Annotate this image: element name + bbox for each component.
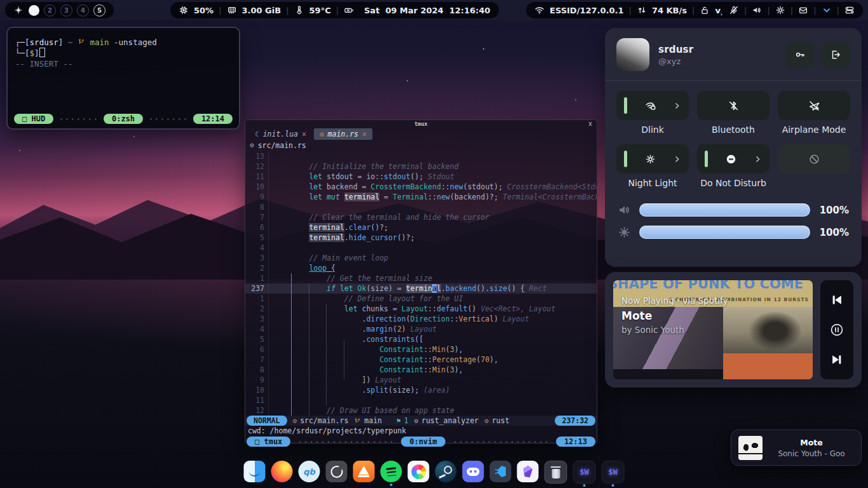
editor-tab-main.rs[interactable]: ⚙main.rs× xyxy=(314,128,372,140)
next-track-button[interactable] xyxy=(830,353,844,367)
tab-close-icon[interactable]: × xyxy=(302,130,306,139)
dock-icon-terminal-1[interactable]: $W xyxy=(573,461,596,484)
line-number: 7 xyxy=(245,212,269,222)
dock-icon-firefox[interactable] xyxy=(271,461,293,482)
volume-icon[interactable] xyxy=(752,5,762,15)
rust-file-icon: ⚙ xyxy=(320,130,324,139)
tmux-window-zsh[interactable]: 0:zsh xyxy=(104,114,143,124)
workspaces-module: 2345 xyxy=(5,2,114,18)
dock-icon-vlc[interactable] xyxy=(353,461,375,482)
editor-tabline: ☾init.lua×⚙main.rs× xyxy=(249,128,597,140)
diagnostic-count: 1 xyxy=(404,416,409,425)
workspace-3[interactable]: 3 xyxy=(60,4,72,17)
line-number: 1 xyxy=(245,294,269,304)
code-line: 8 Constraint::Min(3), xyxy=(245,365,597,375)
terminal-cursor xyxy=(39,48,45,57)
toggle-airplane-mode[interactable] xyxy=(778,91,850,120)
language-name: rust xyxy=(492,416,510,425)
key-icon xyxy=(794,49,806,60)
code-area[interactable]: 1312 // Initialize the terminal backend1… xyxy=(245,151,597,416)
chevron-right-icon[interactable] xyxy=(754,155,762,163)
wifi-lock-icon xyxy=(644,100,656,112)
code-line: 6 terminal.clear()?; xyxy=(245,222,597,233)
lock-keys-button[interactable] xyxy=(785,42,815,67)
tab-close-icon[interactable]: × xyxy=(362,130,367,139)
tmux-clock-hud: 12:14 xyxy=(193,114,233,124)
line-number: 10 xyxy=(245,182,269,192)
toggle-empty[interactable] xyxy=(778,144,850,173)
starburst-logo[interactable] xyxy=(13,5,24,15)
dock-icon-file-manager[interactable] xyxy=(244,461,266,482)
line-number: 3 xyxy=(245,314,269,324)
network-module[interactable]: ESSID/127.0.0.1 | 74 KB/s | vpn xyxy=(526,2,740,18)
logout-button[interactable] xyxy=(821,42,850,67)
toggle-bluetooth[interactable] xyxy=(697,91,770,120)
line-number: 7 xyxy=(245,355,269,365)
tmux-window-nvim[interactable]: 0:nvim xyxy=(401,437,445,447)
tmux-session-main[interactable]: □ tmux xyxy=(247,437,290,447)
toggle-night-light[interactable] xyxy=(616,144,689,173)
media-notification[interactable]: Mote Sonic Youth - Goo xyxy=(731,430,862,466)
line-number: 1 xyxy=(245,273,269,283)
workspace-5[interactable]: 5 xyxy=(93,4,105,17)
statusline-file: src/main.rs xyxy=(300,416,348,425)
code-line: 5 .constraints([ xyxy=(245,334,597,344)
toggle-do-not-disturb[interactable] xyxy=(697,144,770,173)
dock-icon-obs[interactable] xyxy=(326,461,348,482)
previous-track-button[interactable] xyxy=(830,293,844,307)
lsp-gear-icon: ⚙ xyxy=(414,417,419,425)
mic-muted-icon[interactable] xyxy=(729,5,739,15)
dock-icon-qbittorrent[interactable]: qb xyxy=(299,461,320,482)
indent-guide xyxy=(291,273,292,416)
cursor-position: 237:32 xyxy=(555,416,595,426)
dock-icon-terminal-2[interactable]: $W xyxy=(602,461,625,484)
volume-slider-row: 100% xyxy=(618,199,849,221)
control-center-icon[interactable] xyxy=(844,5,855,15)
notifications-tray-icon[interactable] xyxy=(798,5,808,15)
avatar xyxy=(616,38,649,71)
dock-icon-steam[interactable] xyxy=(435,461,457,482)
winbar-path: src/main.rs xyxy=(258,141,306,150)
temperature: 59°C xyxy=(309,6,331,15)
hud-terminal-window[interactable]: ┌─[srdusr] ~ main -unstaged └─[$] -- INS… xyxy=(6,27,240,130)
cpu-usage: 50% xyxy=(194,6,214,15)
toggle-dlink[interactable] xyxy=(616,91,689,120)
toggle-active-indicator xyxy=(624,151,627,167)
tab-label: init.lua xyxy=(263,130,298,139)
editor-winbar: ⚙ src/main.rs xyxy=(245,140,597,151)
brightness-slider[interactable] xyxy=(639,226,810,239)
workspace-2[interactable]: 2 xyxy=(44,4,56,17)
sun-icon xyxy=(644,153,656,165)
lua-file-icon: ☾ xyxy=(255,130,259,139)
workspace-1[interactable] xyxy=(29,5,39,16)
media-controls xyxy=(820,280,853,379)
workspace-4[interactable]: 4 xyxy=(77,4,89,17)
dock-icon-photos[interactable] xyxy=(408,461,430,482)
dock-icon-trash[interactable] xyxy=(545,461,567,484)
editor-tab-init.lua[interactable]: ☾init.lua× xyxy=(249,128,312,140)
line-number: 11 xyxy=(245,172,269,182)
battery-icon xyxy=(344,5,354,15)
chevron-right-icon[interactable] xyxy=(673,102,681,110)
volume-slider[interactable] xyxy=(639,203,810,217)
sliders-section: 100% 100% xyxy=(605,193,862,243)
dock-icon-obsidian[interactable] xyxy=(517,461,539,482)
clock-module[interactable]: Sat 09 Mar 2024 12:16:40 xyxy=(356,2,499,18)
dnd-icon xyxy=(725,153,737,165)
line-number: 2 xyxy=(245,304,269,314)
chevron-right-icon[interactable] xyxy=(673,155,681,163)
window-close-button[interactable]: x xyxy=(588,120,592,127)
code-line: 1 // Get the terminal size xyxy=(245,273,597,283)
settings-gear-icon[interactable] xyxy=(775,5,785,15)
editor-window[interactable]: tmux x ☾init.lua×⚙main.rs× ⚙ src/main.rs… xyxy=(245,119,597,444)
dock-icon-vscode[interactable] xyxy=(490,461,512,482)
toggle-label-do-not-disturb: Do Not Disturb xyxy=(700,178,766,189)
dock-icon-discord[interactable] xyxy=(463,461,484,482)
line-number: 11 xyxy=(245,395,269,405)
git-branch-icon xyxy=(354,417,361,424)
dock-icon-spotify[interactable] xyxy=(381,461,402,482)
bluetooth-off-icon xyxy=(728,100,740,112)
pause-button[interactable] xyxy=(830,323,844,337)
tmux-session-hud[interactable]: □ HUD xyxy=(14,114,53,124)
chevron-down-icon[interactable] xyxy=(822,5,832,15)
